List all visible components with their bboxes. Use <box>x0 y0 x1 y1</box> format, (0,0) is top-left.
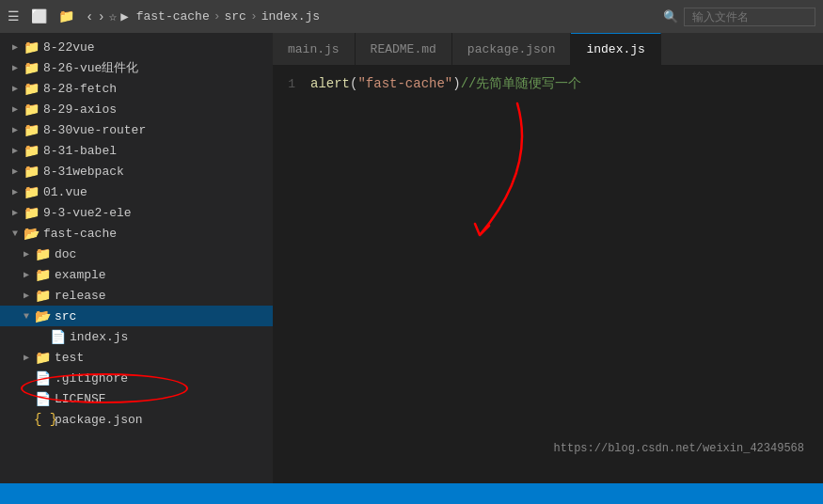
file-search-input[interactable] <box>684 8 815 26</box>
tree-item-fast-cache[interactable]: ▼ 📂 fast-cache <box>0 223 273 244</box>
annotation-arrow <box>367 94 555 282</box>
tree-arrow: ▶ <box>8 83 23 94</box>
tree-label: LICENSE <box>55 392 273 406</box>
tree-arrow: ▼ <box>8 228 23 239</box>
tree-item-src[interactable]: ▼ 📂 src <box>0 306 273 326</box>
tree-label: 8-22vue <box>43 40 273 55</box>
open-folder-icon[interactable]: 📁 <box>58 8 74 24</box>
folder-icon: 📁 <box>34 267 51 283</box>
tree-item-license[interactable]: 📄 LICENSE <box>0 388 273 409</box>
tab-main-js[interactable]: main.js <box>273 33 356 65</box>
tree-item-9-3[interactable]: ▶ 📁 9-3-vue2-ele <box>0 202 273 223</box>
code-line-1: 1 alert("fast-cache")//先简单随便写一个 <box>273 73 823 94</box>
tree-item-package-json[interactable]: { } package.json <box>0 409 273 430</box>
folder-icon: 📁 <box>34 350 51 366</box>
tree-arrow: ▶ <box>19 269 34 280</box>
watermark: https://blog.csdn.net/weixin_42349568 <box>554 442 804 455</box>
folder-icon: 📁 <box>23 102 40 118</box>
tree-label: .gitignore <box>55 371 273 386</box>
tree-item-release[interactable]: ▶ 📁 release <box>0 285 273 306</box>
tree-item-gitignore[interactable]: 📄 .gitignore <box>0 368 273 388</box>
tabs-bar: main.js README.md package.json index.js <box>273 33 823 66</box>
json-file-icon: { } <box>34 412 51 427</box>
tree-item-8-22vue[interactable]: ▶ 📁 8-22vue <box>0 37 273 57</box>
editor-content: 1 alert("fast-cache")//先简单随便写一个 https://… <box>273 66 823 483</box>
tree-item-8-31-babel[interactable]: ▶ 📁 8-31-babel <box>0 140 273 161</box>
bottom-bar <box>0 483 823 504</box>
window-controls: ☰ ⬜ 📁 <box>8 8 74 24</box>
tree-item-test[interactable]: ▶ 📁 test <box>0 347 273 368</box>
nav-controls: ‹ › ☆ ▶ <box>86 8 129 24</box>
tree-label: 01.vue <box>43 185 273 199</box>
breadcrumb: fast-cache › src › index.js <box>136 9 656 24</box>
main-layout: ▶ 📁 8-22vue ▶ 📁 8-26-vue组件化 ▶ 📁 8-28-fet… <box>0 33 823 483</box>
tab-index-js[interactable]: index.js <box>571 33 660 65</box>
tree-arrow: ▶ <box>19 290 34 301</box>
breadcrumb-sep-2: › <box>250 9 258 24</box>
search-area: 🔍 <box>663 8 815 26</box>
tree-arrow: ▶ <box>19 248 34 260</box>
folder-icon: 📁 <box>34 246 51 262</box>
breadcrumb-part-3[interactable]: index.js <box>261 9 320 24</box>
tree-item-8-28[interactable]: ▶ 📁 8-28-fetch <box>0 78 273 99</box>
breadcrumb-part-2[interactable]: src <box>225 9 246 24</box>
tree-label: doc <box>55 247 273 261</box>
tree-arrow: ▶ <box>8 124 23 135</box>
tab-label: main.js <box>288 42 340 56</box>
back-icon[interactable]: ‹ <box>86 9 93 24</box>
bookmark-icon[interactable]: ☆ <box>109 8 117 24</box>
tree-arrow: ▶ <box>8 41 23 53</box>
tree-label: src <box>55 309 273 323</box>
file-tree: ▶ 📁 8-22vue ▶ 📁 8-26-vue组件化 ▶ 📁 8-28-fet… <box>0 33 273 483</box>
tree-item-index-js[interactable]: 📄 index.js <box>0 326 273 347</box>
new-file-icon[interactable]: ⬜ <box>31 8 47 24</box>
tab-readme[interactable]: README.md <box>356 33 452 65</box>
sidebar: ▶ 📁 8-22vue ▶ 📁 8-26-vue组件化 ▶ 📁 8-28-fet… <box>0 33 273 483</box>
tab-label: index.js <box>586 42 644 56</box>
tab-label: package.json <box>467 42 556 56</box>
play-icon[interactable]: ▶ <box>120 8 128 24</box>
tree-arrow: ▶ <box>8 145 23 156</box>
tree-label: package.json <box>55 413 273 427</box>
tab-label: README.md <box>371 42 436 56</box>
folder-icon: 📁 <box>23 143 40 159</box>
search-glass-icon: 🔍 <box>663 9 678 24</box>
tree-item-doc[interactable]: ▶ 📁 doc <box>0 244 273 264</box>
tree-label: release <box>55 289 273 303</box>
tree-arrow <box>19 373 34 384</box>
forward-icon[interactable]: › <box>97 9 104 24</box>
tree-label: 9-3-vue2-ele <box>43 206 273 220</box>
tree-item-8-30[interactable]: ▶ 📁 8-30vue-router <box>0 119 273 140</box>
tree-item-01vue[interactable]: ▶ 📁 01.vue <box>0 181 273 202</box>
tree-label: 8-31webpack <box>43 165 273 179</box>
tree-label: index.js <box>70 330 273 344</box>
editor-area: main.js README.md package.json index.js … <box>273 33 823 483</box>
tree-item-8-29[interactable]: ▶ 📁 8-29-axios <box>0 99 273 119</box>
code-text-1: alert("fast-cache")//先简单随便写一个 <box>310 75 581 92</box>
breadcrumb-sep-1: › <box>214 9 221 24</box>
tree-item-8-26[interactable]: ▶ 📁 8-26-vue组件化 <box>0 57 273 78</box>
tree-label: 8-30vue-router <box>43 123 273 137</box>
folder-icon: 📁 <box>23 39 40 55</box>
tab-package-json[interactable]: package.json <box>452 33 572 65</box>
folder-icon: 📁 <box>23 81 40 97</box>
folder-icon: 📂 <box>34 308 51 324</box>
breadcrumb-part-1[interactable]: fast-cache <box>136 9 210 24</box>
tree-item-example[interactable]: ▶ 📁 example <box>0 264 273 285</box>
tree-arrow: ▶ <box>8 103 23 115</box>
tree-label: 8-31-babel <box>43 144 273 158</box>
tree-label: fast-cache <box>43 227 273 241</box>
folder-icon: 📁 <box>23 205 40 221</box>
folder-icon: 📁 <box>23 122 40 138</box>
tree-item-8-31-webpack[interactable]: ▶ 📁 8-31webpack <box>0 161 273 181</box>
folder-icon: 📂 <box>23 226 40 242</box>
tree-arrow: ▼ <box>19 311 34 322</box>
menu-icon[interactable]: ☰ <box>8 8 20 24</box>
tree-arrow <box>34 332 49 342</box>
tree-label: example <box>55 268 273 282</box>
js-file-icon: 📄 <box>49 329 66 345</box>
folder-icon: 📁 <box>34 288 51 304</box>
file-icon: 📄 <box>34 391 51 407</box>
tree-label: 8-29-axios <box>43 102 273 117</box>
tree-arrow: ▶ <box>19 352 34 363</box>
